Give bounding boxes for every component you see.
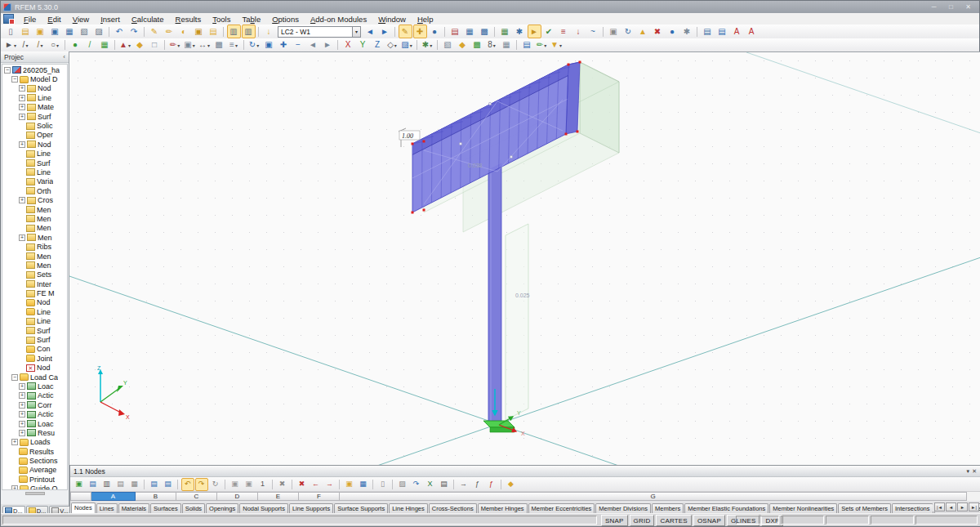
table-print-button[interactable]: ▤ [438, 478, 451, 491]
expand-icon[interactable]: + [19, 141, 25, 148]
table-tab-member-elastic-foundations[interactable]: Member Elastic Foundations [684, 503, 768, 513]
tree-item-loac[interactable]: +Loac [2, 419, 67, 428]
open-file-button[interactable]: ▤ [19, 25, 33, 38]
expand-icon[interactable]: + [19, 411, 25, 418]
column-header-c[interactable]: C [176, 492, 217, 501]
snapshot-view-dropdown-arrow[interactable]: ▾ [193, 42, 195, 48]
display-properties-dropdown-arrow[interactable]: ▾ [430, 42, 432, 48]
table-number-button[interactable]: 1 [256, 478, 270, 491]
show-numbering-button[interactable]: 8▾ [485, 38, 499, 52]
column-member[interactable] [488, 163, 501, 422]
show-numbering-dropdown-arrow[interactable]: ▾ [493, 42, 496, 48]
minimize-button[interactable]: ─ [925, 2, 942, 12]
table-move-left-button[interactable]: ← [310, 478, 323, 491]
table-sync-1-button[interactable]: ▣ [229, 478, 242, 491]
expand-icon[interactable]: + [19, 95, 25, 101]
fe-mesh-button[interactable]: ▦ [498, 25, 512, 38]
tree-item-line[interactable]: Line [2, 167, 67, 176]
table-tab-cross-sections[interactable]: Cross-Sections [429, 503, 477, 513]
tree-item-surf[interactable]: Surf [2, 159, 67, 167]
menu-view[interactable]: View [67, 15, 95, 24]
show-tables-button[interactable]: ▥ [242, 25, 256, 38]
table-settings-button[interactable]: ▦ [357, 478, 370, 491]
render-solid-button[interactable]: ▩ [470, 38, 484, 52]
menu-tools[interactable]: Tools [207, 15, 236, 24]
redo-button[interactable]: ↷ [127, 25, 141, 38]
model-viewport[interactable]: X Y Z Y X 1.00 0.038 0.025 [69, 51, 980, 466]
tree-item-varia[interactable]: Varia [2, 177, 67, 186]
pole-wind-load-strip[interactable] [506, 224, 528, 420]
move-copy-dropdown-arrow[interactable]: ▾ [207, 42, 210, 48]
menu-file[interactable]: File [18, 15, 42, 24]
edit-selected-dropdown-arrow[interactable]: ▾ [177, 42, 180, 48]
tree-item-solic[interactable]: Solic [2, 121, 67, 130]
table-tab-line-hinges[interactable]: Line Hinges [389, 503, 428, 513]
next-load-case-button[interactable]: ► [378, 25, 392, 38]
tree-item-actic[interactable]: +Actic [2, 391, 67, 400]
recent-data-button[interactable]: ◐ [177, 25, 191, 38]
new-model-data-button[interactable]: ✎ [148, 25, 162, 38]
collapse-icon[interactable]: − [11, 374, 18, 381]
table-tab-member-divisions[interactable]: Member Divisions [595, 503, 651, 513]
delete-results-button[interactable]: ✖ [651, 25, 665, 38]
snap-toggle[interactable]: SNAP [601, 515, 628, 526]
table-tab-members[interactable]: Members [652, 503, 684, 513]
undo-button[interactable]: ↶ [113, 25, 127, 38]
new-dimension-button[interactable]: □ [148, 38, 162, 52]
rotate-view-dropdown-arrow[interactable]: ▾ [256, 42, 259, 48]
view-isometric-button[interactable]: ◇▾ [385, 38, 399, 52]
draw-circle-dropdown-arrow[interactable]: ▾ [56, 42, 59, 48]
background-color-dropdown-arrow[interactable]: ▾ [559, 42, 562, 48]
tree-item-loac[interactable]: +Loac [2, 382, 67, 391]
tree-item-results[interactable]: Results [2, 447, 67, 456]
project-window-button[interactable]: ▣ [192, 25, 206, 38]
table-sync-2-button[interactable]: ▣ [243, 478, 256, 491]
column-header-b[interactable]: B [136, 492, 176, 501]
tree-item-surf[interactable]: Surf [2, 326, 67, 335]
tree-item-ribs[interactable]: Ribs [2, 242, 67, 251]
previous-view-button[interactable]: ◄ [306, 38, 320, 52]
draw-line-button[interactable]: /▾ [19, 38, 33, 52]
table-view-a-button[interactable]: ▤ [114, 478, 127, 491]
table-panel-header[interactable]: 1.1 Nodes ▾ ✕ [70, 466, 980, 477]
expand-icon[interactable]: + [19, 421, 25, 427]
new-opening-button[interactable]: ▩ [478, 25, 492, 38]
table-jump-back-button[interactable]: ↶ [181, 478, 194, 491]
clipping-plane-button[interactable]: ▧ [441, 38, 455, 52]
new-support-dropdown-arrow[interactable]: ▾ [128, 42, 131, 48]
new-file-button[interactable]: ▯ [4, 25, 18, 38]
table-delete-row-button[interactable]: ▥ [100, 478, 114, 491]
menu-help[interactable]: Help [412, 15, 439, 24]
extrude-button[interactable]: ▩ [212, 38, 226, 52]
table-tab-member-eccentricities[interactable]: Member Eccentricities [528, 503, 595, 513]
table-formula-button[interactable]: ƒ [471, 478, 484, 491]
new-node-graphic-button[interactable]: ● [69, 38, 82, 52]
new-surface-button[interactable]: ▦ [463, 25, 477, 38]
print-preview-button[interactable]: ▨ [92, 25, 106, 38]
tree-item-sections[interactable]: Sections [2, 456, 67, 465]
background-color-button[interactable]: ▼▾ [550, 38, 564, 52]
table-tab-line-supports[interactable]: Line Supports [289, 503, 333, 513]
table-tab-nav-button-1[interactable]: ◄ [946, 502, 956, 511]
expand-icon[interactable]: + [11, 439, 18, 445]
maximize-button[interactable]: □ [942, 2, 960, 12]
menu-edit[interactable]: Edit [42, 15, 66, 24]
check-data-button[interactable]: ✔ [542, 25, 556, 38]
save-button[interactable]: ▦ [63, 25, 77, 38]
tree-item-loads[interactable]: +Loads [2, 438, 67, 447]
table-tab-nav-button-3[interactable]: ►| [969, 502, 979, 511]
show-table-button[interactable]: ▤ [520, 38, 534, 52]
edit-green-dropdown-arrow[interactable]: ▾ [544, 42, 546, 48]
table-panel-collapse-button[interactable]: ▾ [967, 468, 970, 475]
tree-item-surf[interactable]: +Surf [2, 112, 67, 121]
expand-icon[interactable]: + [19, 392, 25, 399]
mass-print-button[interactable]: ▤ [715, 25, 729, 38]
visibility-mode-button[interactable]: ▨▾ [400, 38, 414, 52]
new-member-button[interactable]: ▤ [448, 25, 462, 38]
expand-icon[interactable]: + [19, 85, 25, 92]
tree-item-corr[interactable]: +Corr [2, 400, 67, 409]
table-panel-close-button[interactable]: ✕ [972, 468, 977, 475]
zoom-out-button[interactable]: − [292, 38, 305, 52]
table-picture-button[interactable]: ▨ [396, 478, 409, 491]
move-copy-button[interactable]: ↔▾ [198, 38, 212, 52]
